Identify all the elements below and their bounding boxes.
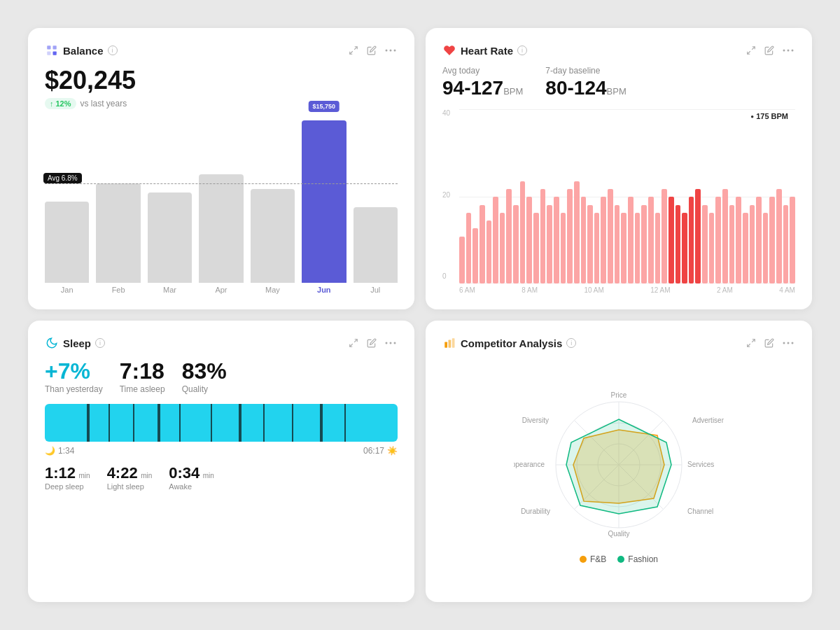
radar-legend: F&B Fashion (580, 554, 658, 564)
bar-wrap-may (251, 120, 295, 283)
bar-apr[interactable] (199, 174, 243, 283)
hr-bar-37 (709, 213, 715, 284)
svg-text:Durability: Durability (521, 507, 550, 515)
hr-title: Heart Rate (461, 45, 513, 57)
sleep-expand-btn[interactable] (347, 337, 360, 349)
hr-x-2am: 2 AM (717, 286, 733, 294)
up-arrow-icon: ↑ (50, 99, 54, 108)
hr-bar-9 (520, 181, 526, 284)
svg-point-6 (386, 50, 388, 52)
svg-rect-0 (47, 46, 50, 49)
svg-line-10 (748, 51, 750, 54)
sleep-title-group: Sleep i (45, 336, 105, 350)
balance-amount: $20,245 (45, 66, 398, 95)
bar-labels: JanFebMarAprMayJunJul (45, 286, 398, 294)
svg-text:Diversity: Diversity (522, 416, 549, 424)
balance-info-icon[interactable]: i (108, 46, 118, 55)
balance-change-text: vs last years (80, 99, 127, 108)
bar-chart: Avg 6.8% $15,750 (45, 120, 398, 286)
hr-bar-44 (756, 197, 762, 284)
deep-sleep-label: Deep sleep (45, 482, 90, 491)
balance-more-btn[interactable] (384, 48, 398, 53)
sleep-gap-10 (344, 404, 346, 442)
svg-point-7 (390, 50, 392, 52)
svg-point-18 (394, 342, 396, 344)
competitor-more-btn[interactable] (781, 340, 795, 346)
hr-bar-17 (574, 181, 580, 284)
svg-line-4 (354, 47, 357, 50)
hr-bar-35 (695, 189, 701, 284)
balance-icon (45, 43, 59, 57)
avg-label: Avg 6.8% (43, 173, 82, 183)
hr-y-20: 20 (442, 191, 456, 199)
hr-expand-btn[interactable] (745, 44, 757, 57)
svg-rect-19 (444, 342, 447, 348)
sleep-gap-1 (108, 404, 110, 442)
radar-container: Price Advertisement Services Channel Qua… (442, 358, 795, 587)
sleep-end-time: 06:17 ☀️ (363, 446, 398, 456)
hr-bar-5 (493, 197, 498, 284)
balance-expand-btn[interactable] (347, 44, 360, 57)
sleep-card: Sleep i (28, 321, 414, 602)
awake-value: 0:34 (169, 464, 200, 482)
dashboard: Balance i (0, 0, 840, 630)
hr-bar-18 (581, 197, 587, 284)
hr-bar-24 (621, 213, 626, 284)
sleep-icon (45, 336, 59, 350)
hr-bar-4 (486, 220, 492, 284)
hr-bar-11 (533, 213, 539, 284)
competitor-edit-btn[interactable] (763, 337, 776, 349)
balance-title-group: Balance i (45, 43, 118, 57)
hr-edit-btn[interactable] (763, 44, 776, 57)
balance-title: Balance (63, 45, 104, 57)
bar-jul[interactable] (354, 207, 398, 283)
hr-bar-30 (662, 189, 667, 284)
hr-info-icon[interactable]: i (517, 46, 527, 55)
sleep-start-time: 🌙 1:34 (45, 446, 74, 456)
sleep-header: Sleep i (45, 336, 398, 350)
sleep-change-label: Than yesterday (45, 384, 103, 394)
sleep-quality-value: 83% (182, 358, 227, 384)
bar-wrap-jul (354, 120, 398, 283)
sleep-title: Sleep (63, 337, 91, 349)
hr-avg-stat: Avg today 94-127BPM (442, 66, 523, 99)
sleep-gap-6 (239, 404, 241, 442)
svg-point-25 (788, 342, 790, 344)
hr-bar-38 (715, 197, 721, 284)
bar-tooltip: $15,750 (309, 101, 340, 112)
deep-sleep-value: 1:12 (45, 464, 76, 482)
balance-edit-btn[interactable] (365, 44, 378, 57)
hr-y-40: 40 (442, 109, 456, 117)
hr-bar-16 (567, 189, 573, 284)
hr-bar-46 (769, 197, 775, 284)
sleep-change-stat: +7% Than yesterday (45, 358, 103, 394)
hr-more-btn[interactable] (781, 48, 795, 53)
radar-chart: Price Advertisement Services Channel Qua… (514, 381, 724, 549)
hr-bar-0 (459, 237, 465, 284)
balance-card: Balance i (28, 28, 414, 309)
hr-bar-13 (547, 205, 552, 284)
awake-label: Awake (169, 482, 214, 491)
competitor-expand-btn[interactable] (745, 337, 757, 349)
bar-feb[interactable] (96, 183, 140, 283)
hr-bar-22 (608, 189, 613, 284)
bar-jun[interactable]: $15,750 (302, 120, 346, 283)
svg-text:Services: Services (687, 461, 714, 468)
hr-bar-28 (648, 197, 654, 284)
sleep-edit-btn[interactable] (365, 337, 378, 349)
hr-bar-12 (540, 189, 546, 284)
svg-line-9 (752, 47, 755, 50)
competitor-info-icon[interactable]: i (566, 338, 576, 348)
sleep-more-btn[interactable] (384, 340, 398, 346)
svg-text:Advertisement: Advertisement (692, 416, 724, 424)
hr-bar-1 (466, 213, 472, 284)
sleep-info-icon[interactable]: i (95, 338, 105, 348)
bar-mar[interactable] (148, 192, 192, 283)
bar-may[interactable] (251, 189, 295, 283)
svg-rect-2 (47, 52, 50, 55)
hr-bar-33 (682, 213, 687, 284)
hr-bar-10 (526, 197, 532, 284)
legend-fnb-label: F&B (590, 554, 606, 564)
bar-jan[interactable] (45, 202, 89, 283)
svg-rect-20 (449, 340, 451, 348)
